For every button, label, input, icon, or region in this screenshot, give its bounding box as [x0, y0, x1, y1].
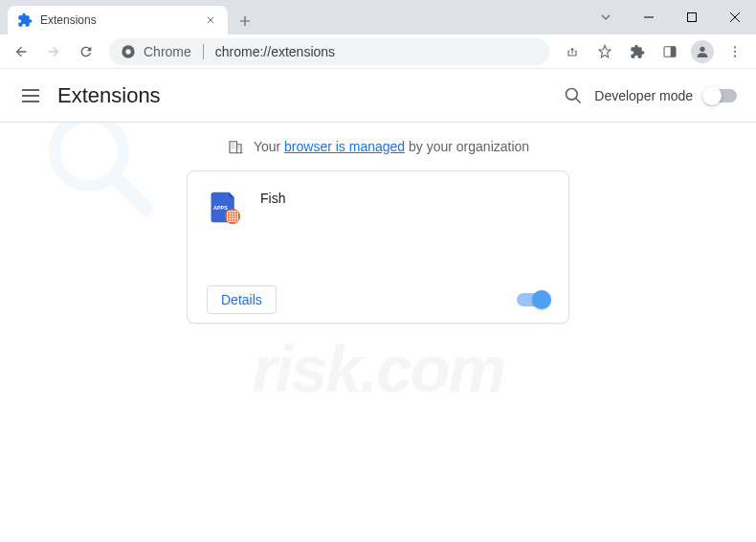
- arrow-left-icon: [13, 44, 29, 59]
- forward-button: [40, 38, 67, 65]
- bookmark-button[interactable]: [591, 38, 618, 65]
- close-icon: [730, 12, 740, 22]
- managed-prefix: Your: [254, 139, 280, 154]
- omnibox-prefix: Chrome: [144, 44, 191, 59]
- minimize-icon: [644, 12, 654, 22]
- building-icon: [227, 138, 244, 155]
- panel-icon: [662, 44, 678, 59]
- share-icon: [565, 44, 580, 59]
- svg-point-7: [700, 46, 704, 51]
- managed-notice: Your browser is managed by your organiza…: [0, 123, 756, 170]
- extension-icon: APPS: [207, 191, 241, 225]
- omnibox-url: chrome://extensions: [215, 44, 335, 59]
- managed-suffix: by your organization: [409, 139, 529, 154]
- browser-toolbar: Chrome chrome://extensions: [0, 34, 756, 69]
- reload-button[interactable]: [73, 38, 100, 65]
- tab-close-button[interactable]: [203, 12, 218, 28]
- sidepanel-button[interactable]: [656, 38, 683, 65]
- extensions-button[interactable]: [624, 38, 651, 65]
- minimize-button[interactable]: [627, 0, 670, 34]
- svg-text:APPS: APPS: [213, 205, 228, 211]
- extensions-page-header: Extensions Developer mode: [0, 69, 756, 123]
- svg-point-10: [734, 55, 736, 56]
- extension-card: APPS Fish Details: [187, 170, 569, 324]
- menu-button[interactable]: [722, 38, 748, 65]
- close-icon: [207, 16, 214, 24]
- chevron-down-icon: [601, 12, 611, 22]
- chrome-icon: [121, 44, 136, 59]
- svg-point-11: [567, 88, 578, 100]
- browser-tab[interactable]: Extensions: [8, 6, 228, 34]
- window-controls: [584, 0, 756, 34]
- extension-name: Fish: [260, 191, 285, 258]
- address-bar[interactable]: Chrome chrome://extensions: [109, 38, 549, 65]
- new-tab-button[interactable]: [232, 8, 258, 34]
- extensions-tab-icon: [17, 12, 33, 28]
- window-title-bar: Extensions: [0, 0, 756, 34]
- main-menu-button[interactable]: [19, 84, 42, 107]
- watermark-text-sub: risk.com: [252, 331, 504, 406]
- tabs-dropdown-button[interactable]: [584, 0, 627, 34]
- tab-title: Extensions: [40, 13, 195, 27]
- avatar-icon: [691, 40, 714, 63]
- svg-rect-2: [687, 13, 696, 22]
- svg-rect-6: [671, 46, 676, 56]
- maximize-icon: [687, 12, 697, 22]
- developer-mode-toggle[interactable]: [704, 89, 737, 102]
- back-button[interactable]: [8, 38, 34, 65]
- search-button[interactable]: [564, 86, 583, 105]
- svg-point-4: [125, 49, 130, 54]
- maximize-button[interactable]: [670, 0, 713, 34]
- managed-link[interactable]: browser is managed: [284, 139, 405, 154]
- profile-button[interactable]: [689, 38, 716, 65]
- reload-icon: [78, 44, 94, 59]
- arrow-right-icon: [46, 44, 61, 59]
- svg-point-9: [734, 50, 736, 52]
- share-button[interactable]: [559, 38, 586, 65]
- close-window-button[interactable]: [713, 0, 756, 34]
- puzzle-icon: [630, 44, 645, 59]
- omnibox-divider: [203, 44, 204, 59]
- star-icon: [597, 44, 612, 59]
- plus-icon: [239, 15, 251, 27]
- page-title: Extensions: [57, 83, 161, 108]
- svg-point-8: [734, 46, 736, 48]
- details-button[interactable]: Details: [207, 285, 277, 314]
- extension-enable-toggle[interactable]: [517, 293, 549, 306]
- developer-mode-label: Developer mode: [594, 88, 693, 103]
- dots-vertical-icon: [727, 44, 743, 59]
